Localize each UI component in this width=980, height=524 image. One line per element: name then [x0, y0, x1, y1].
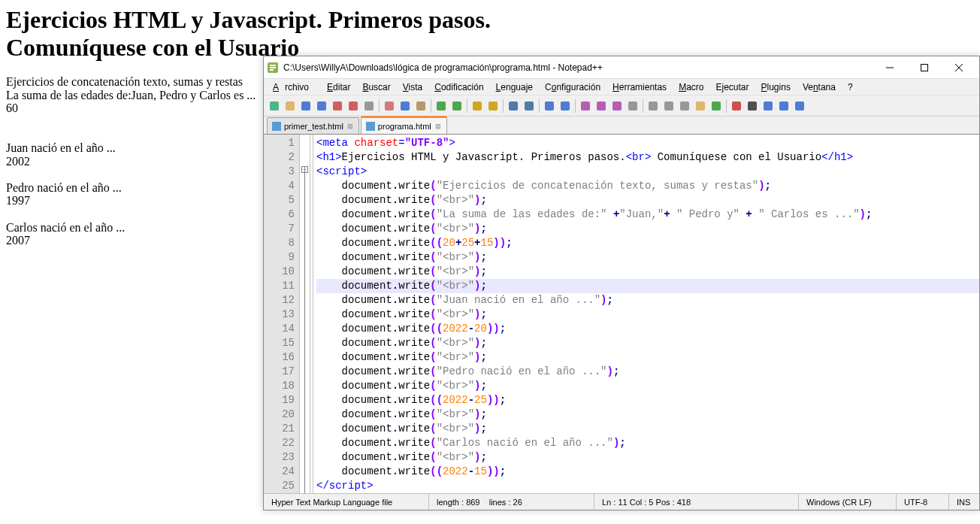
code-line[interactable]: document.write("Carlos nació en el año .… [316, 436, 979, 450]
save-macro-icon[interactable] [792, 98, 807, 114]
menu-codificacion[interactable]: Codificación [428, 80, 489, 94]
menu-buscar[interactable]: Buscar [356, 80, 396, 94]
code-line[interactable]: <h1>Ejercicios HTML y Javascript. Primer… [316, 150, 979, 165]
code-line[interactable]: document.write("<br>"); [316, 193, 979, 207]
menu-vista[interactable]: Vista [397, 80, 428, 94]
play-icon[interactable] [761, 98, 776, 114]
code-line[interactable]: document.write("<br>"); [316, 422, 979, 436]
paste-icon[interactable] [413, 98, 428, 114]
doc-list-icon[interactable] [661, 98, 676, 114]
menu-ejecutar[interactable]: Ejecutar [709, 80, 755, 94]
sync-scroll-v-icon[interactable] [542, 98, 557, 114]
menu-editar[interactable]: Editar [321, 80, 356, 94]
svg-rect-30 [748, 101, 757, 111]
code-line[interactable]: document.write("<br>"); [316, 222, 979, 236]
code-line[interactable]: document.write("<br>"); [316, 379, 979, 393]
indent-guide-icon[interactable] [609, 98, 625, 114]
code-line[interactable]: document.write("<br>"); [316, 250, 979, 265]
menu-help[interactable]: ? [842, 80, 859, 94]
status-position: Ln : 11 Col : 5 Pos : 418 [594, 494, 799, 510]
tab-programa[interactable]: programa.html ⊠ [361, 116, 447, 134]
doc-map-icon[interactable] [646, 98, 661, 114]
code-line[interactable]: document.write("Pedro nació en el año ..… [316, 365, 979, 379]
line-gutter: 1234567891011121314151617181920212223242… [264, 135, 300, 493]
fold-margin[interactable]: − [300, 135, 310, 493]
sync-scroll-h-icon[interactable] [558, 98, 573, 114]
svg-rect-24 [649, 101, 658, 111]
menu-lenguaje[interactable]: Lenguaje [490, 80, 539, 94]
save-all-icon[interactable] [314, 98, 329, 114]
stop-icon[interactable] [745, 98, 760, 114]
play-multi-icon[interactable] [776, 98, 791, 114]
svg-rect-32 [779, 101, 788, 111]
svg-rect-35 [366, 122, 375, 131]
open-file-icon[interactable] [283, 98, 298, 114]
code-line[interactable]: document.write("<br>"); [316, 336, 979, 350]
menu-ventana[interactable]: Ventana [797, 80, 842, 94]
svg-rect-14 [473, 101, 482, 111]
undo-icon[interactable] [434, 98, 449, 114]
folder-tree-icon[interactable] [693, 98, 708, 114]
copy-icon[interactable] [398, 98, 413, 114]
menu-macro[interactable]: Macro [673, 80, 709, 94]
svg-rect-16 [509, 101, 518, 111]
code-line[interactable]: document.write("Ejercicios de concatenac… [316, 179, 979, 193]
code-line[interactable]: document.write("<br>"); [316, 279, 979, 293]
all-chars-icon[interactable] [594, 98, 609, 114]
code-line[interactable]: document.write("La suma de las edades de… [316, 207, 979, 222]
monitor-icon[interactable] [709, 98, 724, 114]
code-line[interactable]: document.write((2022-20)); [316, 322, 979, 336]
code-line[interactable]: document.write((20+25+15)); [316, 236, 979, 250]
code-line[interactable]: document.write("<br>"); [316, 307, 979, 322]
svg-rect-12 [437, 101, 446, 111]
menu-herramientas[interactable]: Herramientas [606, 80, 673, 94]
status-insert: INS [949, 494, 979, 510]
code-line[interactable]: <meta charset="UTF-8"> [316, 136, 979, 150]
svg-rect-5 [317, 101, 326, 111]
zoom-in-icon[interactable] [506, 98, 521, 114]
lang-icon[interactable] [625, 98, 640, 114]
code-line[interactable]: document.write("Juan nació en el año ...… [316, 293, 979, 307]
svg-rect-34 [272, 122, 281, 131]
func-list-icon[interactable] [677, 98, 692, 114]
code-line[interactable]: document.write("<br>"); [316, 265, 979, 279]
tab-label: programa.html [378, 122, 431, 131]
minimize-button[interactable] [873, 57, 907, 78]
tab-label: primer_test.html [284, 122, 343, 131]
maximize-button[interactable] [907, 57, 942, 78]
redo-icon[interactable] [449, 98, 464, 114]
menu-configuracion[interactable]: Configuración [539, 80, 606, 94]
tab-close-icon[interactable]: ⊠ [434, 123, 442, 130]
code-line[interactable]: document.write("<br>"); [316, 407, 979, 422]
new-file-icon[interactable] [267, 98, 282, 114]
code-line[interactable]: document.write((2022-25)); [316, 393, 979, 407]
close-button[interactable] [942, 57, 976, 78]
zoom-out-icon[interactable] [522, 98, 537, 114]
svg-rect-19 [561, 101, 570, 111]
code-line[interactable]: document.write("<br>"); [316, 350, 979, 365]
tab-primer-test[interactable]: primer_test.html ⊠ [267, 117, 359, 134]
tab-close-icon[interactable]: ⊠ [346, 123, 354, 130]
print-icon[interactable] [361, 98, 377, 114]
close-all-icon[interactable] [346, 98, 361, 114]
editor[interactable]: 1234567891011121314151617181920212223242… [264, 135, 979, 493]
word-wrap-icon[interactable] [578, 98, 593, 114]
code-area[interactable]: <meta charset="UTF-8"><h1>Ejercicios HTM… [313, 135, 979, 493]
page-heading: Ejercicios HTML y Javascript. Primeros p… [6, 6, 491, 62]
save-icon[interactable] [298, 98, 313, 114]
titlebar[interactable]: C:\Users\WillyA\Downloads\lógica de prog… [264, 56, 979, 79]
svg-rect-31 [764, 101, 773, 111]
svg-rect-33 [795, 101, 804, 111]
replace-icon[interactable] [485, 98, 501, 114]
code-line[interactable]: document.write((2022-15)); [316, 465, 979, 479]
cut-icon[interactable] [382, 98, 397, 114]
record-icon[interactable] [729, 98, 744, 114]
code-line[interactable]: </script> [316, 479, 979, 493]
code-line[interactable]: document.write("<br>"); [316, 450, 979, 465]
code-line[interactable]: <script> [316, 165, 979, 179]
menu-archivo[interactable]: Archivo [267, 80, 321, 94]
find-icon[interactable] [470, 98, 485, 114]
menu-plugins[interactable]: Plugins [755, 80, 797, 94]
close-icon[interactable] [330, 98, 345, 114]
svg-rect-2 [270, 101, 279, 111]
